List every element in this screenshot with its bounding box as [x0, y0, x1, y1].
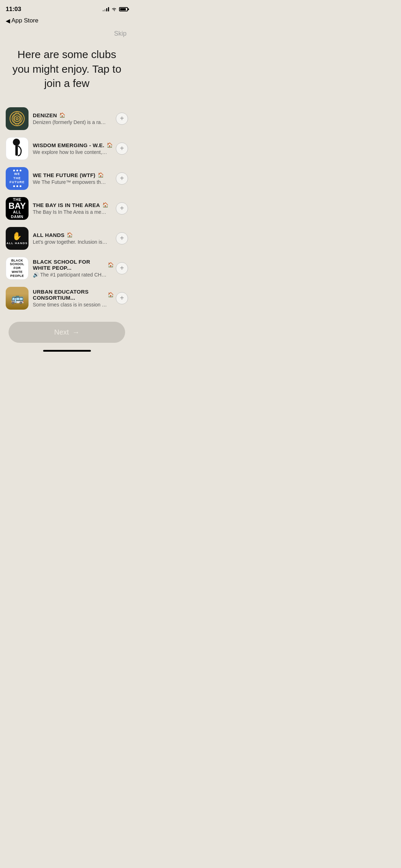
- home-icon-wtf: 🏠: [98, 172, 104, 178]
- home-icon-allhands: 🏠: [67, 232, 73, 238]
- svg-point-2: [14, 116, 20, 122]
- next-label: Next: [54, 328, 69, 336]
- add-button-allhands[interactable]: +: [116, 232, 128, 244]
- club-avatar-allhands: ✋ ALL HANDS: [6, 227, 29, 250]
- headline: Here are some clubs you might enjoy. Tap…: [0, 37, 134, 104]
- blackschool-logo: BLACK SCHOOL FOR WHITE PEOPLE: [9, 257, 26, 279]
- club-name-urban: URBAN EDUCATORS CONSORTIUM...: [33, 289, 106, 301]
- urban-logo: 🚌: [6, 287, 29, 310]
- club-name-wisdom: WISDOM EMERGING - W.E.: [33, 142, 104, 148]
- bus-icon: 🚌: [11, 292, 24, 304]
- club-item-bay[interactable]: I REP THE BAY ALL DAMN DAY THE BAY IS IN…: [6, 193, 128, 223]
- club-info-urban: URBAN EDUCATORS CONSORTIUM... 🏠 Some tim…: [33, 289, 114, 308]
- status-icons: [103, 7, 128, 11]
- plus-icon: +: [120, 145, 124, 152]
- club-avatar-wisdom: [6, 137, 29, 160]
- plus-icon: +: [120, 115, 124, 122]
- svg-point-3: [16, 118, 18, 120]
- club-info-wtf: WE THE FUTURE (WTF) 🏠 We The Future™ emp…: [33, 172, 114, 185]
- club-info-bay: THE BAY IS IN THE AREA 🏠 The Bay Is In T…: [33, 202, 114, 215]
- wifi-icon: [111, 7, 117, 11]
- club-desc-denizen: Denizen (formerly Dent) is a rapidly gro…: [33, 119, 108, 125]
- club-name-bay: THE BAY IS IN THE AREA: [33, 202, 100, 208]
- club-avatar-wtf: WE THE FUTURE: [6, 167, 29, 190]
- bay-logo: I REP THE BAY ALL DAMN DAY: [6, 197, 29, 220]
- signal-icon: [103, 7, 109, 11]
- club-name-wtf: WE THE FUTURE (WTF): [33, 172, 96, 178]
- status-time: 11:03: [6, 6, 21, 13]
- plus-icon: +: [120, 234, 124, 242]
- club-avatar-urban: 🚌: [6, 287, 29, 310]
- wtf-logo: WE THE FUTURE: [7, 167, 27, 190]
- club-desc-wisdom: We explore how to live content, fulfille…: [33, 149, 108, 155]
- club-name-allhands: ALL HANDS: [33, 232, 65, 238]
- add-button-wisdom[interactable]: +: [116, 143, 128, 155]
- plus-icon: +: [120, 175, 124, 182]
- plus-icon: +: [120, 264, 124, 272]
- add-button-denizen[interactable]: +: [116, 113, 128, 125]
- club-avatar-blackschool: BLACK SCHOOL FOR WHITE PEOPLE: [6, 257, 29, 280]
- club-item-wtf[interactable]: WE THE FUTURE WE THE FUTURE (WTF) 🏠 We T…: [6, 164, 128, 193]
- club-desc-allhands: Let's grow together. Inclusion isn't an …: [33, 239, 108, 245]
- home-bar: [43, 350, 91, 352]
- next-arrow-icon: →: [72, 328, 79, 336]
- add-button-blackschool[interactable]: +: [116, 262, 128, 274]
- club-list: DENIZEN 🏠 Denizen (formerly Dent) is a r…: [0, 104, 134, 313]
- home-icon-denizen: 🏠: [59, 112, 65, 118]
- club-desc-blackschool: 🔊 The #1 participant rated CH room on #A…: [33, 272, 108, 278]
- club-avatar-denizen: [6, 107, 29, 130]
- plus-icon: +: [120, 294, 124, 301]
- add-button-wtf[interactable]: +: [116, 172, 128, 185]
- back-label: App Store: [11, 17, 38, 24]
- home-icon-urban: 🏠: [108, 292, 114, 298]
- club-info-allhands: ALL HANDS 🏠 Let's grow together. Inclusi…: [33, 232, 114, 245]
- back-nav[interactable]: ◀ App Store: [0, 16, 134, 27]
- club-desc-urban: Some times class is in session - some ti…: [33, 302, 108, 308]
- club-item-urban[interactable]: 🚌 URBAN EDUCATORS CONSORTIUM... 🏠 Some t…: [6, 283, 128, 313]
- wisdom-logo: [10, 139, 24, 159]
- skip-button[interactable]: Skip: [114, 30, 127, 37]
- club-avatar-bay: I REP THE BAY ALL DAMN DAY: [6, 197, 29, 220]
- next-button[interactable]: Next →: [9, 322, 125, 343]
- status-bar: 11:03: [0, 0, 134, 16]
- club-info-blackschool: BLACK SCHOOL FOR WHITE PEOP... 🏠 🔊 The #…: [33, 259, 114, 278]
- home-icon-bay: 🏠: [102, 202, 108, 208]
- home-icon-wisdom: 🏠: [107, 142, 113, 148]
- home-icon-blackschool: 🏠: [108, 262, 114, 268]
- club-item-denizen[interactable]: DENIZEN 🏠 Denizen (formerly Dent) is a r…: [6, 104, 128, 134]
- club-desc-bay: The Bay Is In The Area is a meet up for …: [33, 209, 108, 215]
- home-indicator: [0, 347, 134, 354]
- next-container: Next →: [0, 313, 134, 347]
- denizen-logo: [8, 109, 26, 128]
- club-info-wisdom: WISDOM EMERGING - W.E. 🏠 We explore how …: [33, 142, 114, 155]
- svg-point-4: [13, 139, 20, 146]
- club-name-blackschool: BLACK SCHOOL FOR WHITE PEOP...: [33, 259, 106, 271]
- club-desc-wtf: We The Future™ empowers the next generat…: [33, 179, 108, 185]
- plus-icon: +: [120, 205, 124, 212]
- add-button-urban[interactable]: +: [116, 292, 128, 304]
- club-info-denizen: DENIZEN 🏠 Denizen (formerly Dent) is a r…: [33, 112, 114, 125]
- allhands-logo: ✋ ALL HANDS: [6, 232, 28, 245]
- club-item-wisdom[interactable]: WISDOM EMERGING - W.E. 🏠 We explore how …: [6, 134, 128, 164]
- skip-container: Skip: [0, 27, 134, 37]
- club-item-blackschool[interactable]: BLACK SCHOOL FOR WHITE PEOPLE BLACK SCHO…: [6, 253, 128, 283]
- club-name-denizen: DENIZEN: [33, 112, 57, 118]
- svg-rect-5: [15, 145, 18, 156]
- back-arrow-icon: ◀: [6, 17, 10, 24]
- battery-icon: [119, 7, 128, 11]
- club-item-allhands[interactable]: ✋ ALL HANDS ALL HANDS 🏠 Let's grow toget…: [6, 223, 128, 253]
- add-button-bay[interactable]: +: [116, 202, 128, 215]
